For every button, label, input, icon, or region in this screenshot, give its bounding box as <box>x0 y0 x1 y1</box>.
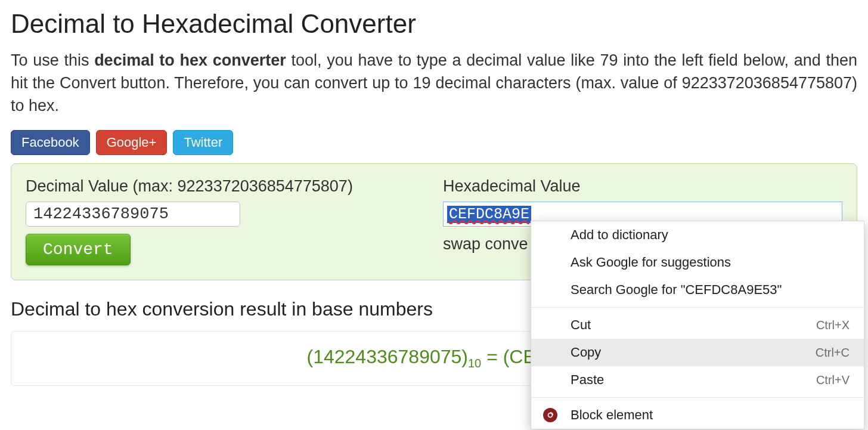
decimal-column: Decimal Value (max: 9223372036854775807)… <box>26 177 425 265</box>
convert-button[interactable]: Convert <box>26 234 131 265</box>
context-menu-item[interactable]: Add to dictionary <box>531 221 864 249</box>
social-row: Facebook Google+ Twitter <box>11 130 857 155</box>
hex-label: Hexadecimal Value <box>443 177 842 196</box>
decimal-input[interactable] <box>26 202 240 227</box>
context-menu-item[interactable]: Ask Google for suggestions <box>531 249 864 276</box>
equation: (14224336789075)10 = (CEFD <box>307 346 562 367</box>
context-menu-item[interactable]: PasteCtrl+V <box>531 366 864 394</box>
intro-text: To use this decimal to hex converter too… <box>11 50 857 117</box>
decimal-label: Decimal Value (max: 9223372036854775807) <box>26 177 425 196</box>
eq-rparen: ) <box>461 346 468 367</box>
context-menu-item[interactable]: CopyCtrl+C <box>531 339 864 366</box>
eq-sub: 10 <box>468 357 481 370</box>
context-menu-label: Paste <box>571 372 604 388</box>
context-menu-label: Cut <box>571 317 591 333</box>
context-menu-label: Search Google for "CEFDC8A9E53" <box>571 282 782 298</box>
context-menu-shortcut: Ctrl+V <box>816 373 850 387</box>
twitter-button[interactable]: Twitter <box>173 130 233 155</box>
page-title: Decimal to Hexadecimal Converter <box>11 9 857 39</box>
eq-lparen: ( <box>307 346 314 367</box>
context-menu-label: Add to dictionary <box>571 227 668 243</box>
intro-bold: decimal to hex converter <box>94 51 286 69</box>
context-menu: Add to dictionaryAsk Google for suggesti… <box>531 221 864 395</box>
context-menu-label: Ask Google for suggestions <box>571 255 731 270</box>
eq-eq: = <box>481 346 503 367</box>
context-menu-shortcut: Ctrl+C <box>816 346 850 360</box>
googleplus-button[interactable]: Google+ <box>96 130 168 155</box>
intro-pre: To use this <box>11 51 94 69</box>
eq-lhs: 14224336789075 <box>313 346 461 367</box>
context-menu-divider <box>531 307 864 308</box>
context-menu-shortcut: Ctrl+X <box>816 318 850 332</box>
context-menu-item[interactable]: CutCtrl+X <box>531 311 864 339</box>
context-menu-label: Copy <box>571 345 601 360</box>
context-menu-item[interactable]: Search Google for "CEFDC8A9E53" <box>531 276 864 304</box>
hex-selected-text: CEFDC8A9E <box>447 206 531 223</box>
eq-rlparen: ( <box>503 346 510 367</box>
facebook-button[interactable]: Facebook <box>11 130 90 155</box>
